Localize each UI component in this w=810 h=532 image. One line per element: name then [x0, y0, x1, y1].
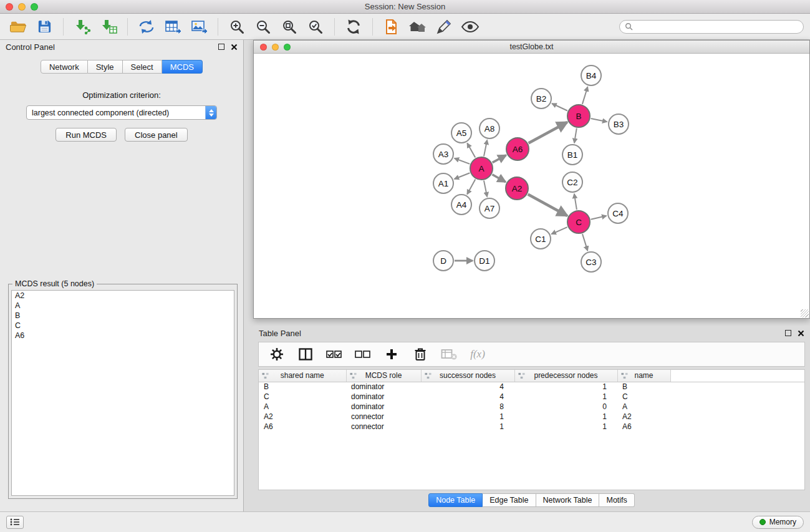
- table-cell[interactable]: connector: [346, 412, 421, 422]
- close-window-button[interactable]: [6, 3, 13, 11]
- node-D1[interactable]: D1: [474, 250, 495, 271]
- node-A7[interactable]: A7: [479, 198, 500, 219]
- table-cell[interactable]: A: [617, 402, 670, 412]
- export-image-button[interactable]: [187, 16, 211, 37]
- tab-node-table[interactable]: Node Table: [428, 493, 483, 507]
- float-panel-icon[interactable]: [218, 44, 224, 50]
- node-C4[interactable]: C4: [607, 203, 629, 224]
- close-network-window-button[interactable]: [260, 44, 267, 51]
- table-cell[interactable]: 0: [514, 402, 617, 412]
- zoom-out-button[interactable]: [251, 16, 275, 37]
- edge-C-C3[interactable]: [582, 234, 587, 251]
- edge-A6-B[interactable]: [529, 122, 567, 143]
- show-graphics-details-button[interactable]: [458, 16, 482, 37]
- table-row[interactable]: Cdominator41C: [259, 392, 804, 402]
- first-neighbors-button[interactable]: [380, 16, 403, 37]
- search-box[interactable]: [619, 20, 804, 34]
- edge-C-C1[interactable]: [551, 227, 567, 234]
- table-cell[interactable]: 4: [421, 392, 514, 402]
- edge-A-A3[interactable]: [455, 158, 470, 164]
- tab-network-table[interactable]: Network Table: [536, 493, 600, 507]
- tab-style[interactable]: Style: [88, 60, 123, 74]
- table-cell[interactable]: 1: [514, 412, 617, 422]
- node-A[interactable]: A: [470, 157, 493, 180]
- table-cell[interactable]: dominator: [346, 382, 421, 392]
- edge-A-A8[interactable]: [484, 140, 487, 157]
- edge-A2-C[interactable]: [528, 195, 567, 216]
- edge-C-C4[interactable]: [591, 216, 607, 220]
- node-A5[interactable]: A5: [451, 122, 472, 143]
- mcds-result-item[interactable]: A2: [12, 291, 234, 301]
- search-input[interactable]: [636, 22, 798, 31]
- column-header-predecessor-nodes[interactable]: predecessor nodes: [514, 370, 617, 382]
- table-row[interactable]: A2connector11A2: [259, 412, 804, 422]
- table-cell[interactable]: 1: [421, 412, 514, 422]
- edge-A-A7[interactable]: [484, 181, 487, 197]
- edge-A-A2[interactable]: [492, 175, 505, 182]
- mcds-result-item[interactable]: A6: [12, 331, 234, 341]
- node-A2[interactable]: A2: [505, 177, 529, 200]
- table-cell[interactable]: 1: [514, 422, 617, 432]
- table-cell[interactable]: C: [617, 392, 670, 402]
- node-C3[interactable]: C3: [581, 251, 602, 273]
- node-C2[interactable]: C2: [562, 172, 583, 193]
- node-A6[interactable]: A6: [506, 137, 529, 161]
- node-B4[interactable]: B4: [581, 65, 602, 86]
- node-A8[interactable]: A8: [479, 118, 500, 139]
- edge-B-B1[interactable]: [574, 128, 577, 143]
- minimize-window-button[interactable]: [18, 3, 26, 11]
- close-panel-button[interactable]: Close panel: [125, 128, 188, 142]
- table-cell[interactable]: connector: [346, 422, 421, 432]
- dropdown-stepper-icon[interactable]: [205, 105, 216, 120]
- node-D[interactable]: D: [433, 250, 454, 271]
- tab-motifs[interactable]: Motifs: [599, 493, 634, 507]
- table-cell[interactable]: A2: [259, 412, 346, 422]
- tab-select[interactable]: Select: [123, 60, 162, 74]
- float-panel-icon[interactable]: [785, 330, 791, 336]
- node-A3[interactable]: A3: [433, 143, 454, 165]
- tab-edge-table[interactable]: Edge Table: [483, 493, 536, 507]
- mcds-result-item[interactable]: C: [12, 321, 234, 331]
- table-cell[interactable]: A2: [617, 412, 670, 422]
- table-row[interactable]: Bdominator41B: [259, 382, 804, 392]
- deselect-all-columns-button[interactable]: [355, 345, 371, 364]
- close-panel-icon[interactable]: [798, 330, 804, 337]
- table-row[interactable]: A6connector11A6: [259, 422, 804, 432]
- home-button[interactable]: [406, 16, 430, 37]
- network-canvas[interactable]: B4B2BB3A8A5A6A3B1AC2A1A2A4A7C4CC1C3DD1: [254, 54, 809, 318]
- table-cell[interactable]: dominator: [346, 402, 421, 412]
- table-cell[interactable]: A6: [617, 422, 670, 432]
- column-header-name[interactable]: name: [617, 370, 670, 382]
- table-cell[interactable]: dominator: [346, 392, 421, 402]
- edge-A-A5[interactable]: [467, 143, 475, 158]
- table-cell[interactable]: 1: [421, 422, 514, 432]
- zoom-window-button[interactable]: [31, 3, 38, 11]
- edge-A-A4[interactable]: [467, 180, 475, 195]
- mcds-result-item[interactable]: A: [12, 301, 234, 311]
- node-B1[interactable]: B1: [562, 144, 583, 165]
- table-cell[interactable]: A: [259, 402, 346, 412]
- task-history-button[interactable]: [6, 516, 24, 529]
- table-cell[interactable]: 1: [514, 392, 617, 402]
- edge-A-A6[interactable]: [493, 155, 506, 163]
- save-session-button[interactable]: [32, 16, 56, 37]
- zoom-network-window-button[interactable]: [284, 44, 291, 51]
- table-cell[interactable]: 4: [421, 382, 514, 392]
- table-cell[interactable]: B: [617, 382, 670, 392]
- minimize-network-window-button[interactable]: [272, 44, 279, 51]
- resize-grip[interactable]: [801, 309, 809, 317]
- function-builder-button[interactable]: f(x): [470, 345, 486, 364]
- delete-column-button[interactable]: [412, 345, 428, 364]
- select-all-columns-button[interactable]: [326, 345, 342, 364]
- delete-table-button[interactable]: [441, 345, 457, 364]
- edge-A-A1[interactable]: [455, 173, 470, 179]
- table-cell[interactable]: 1: [514, 382, 617, 392]
- open-session-button[interactable]: [6, 16, 30, 37]
- table-cell[interactable]: B: [259, 382, 346, 392]
- node-C1[interactable]: C1: [530, 228, 551, 249]
- table-cell[interactable]: C: [259, 392, 346, 402]
- zoom-in-button[interactable]: [225, 16, 249, 37]
- table-cell[interactable]: 8: [421, 402, 514, 412]
- mcds-result-list[interactable]: A2ABCA6: [11, 290, 234, 496]
- close-panel-icon[interactable]: [231, 44, 238, 51]
